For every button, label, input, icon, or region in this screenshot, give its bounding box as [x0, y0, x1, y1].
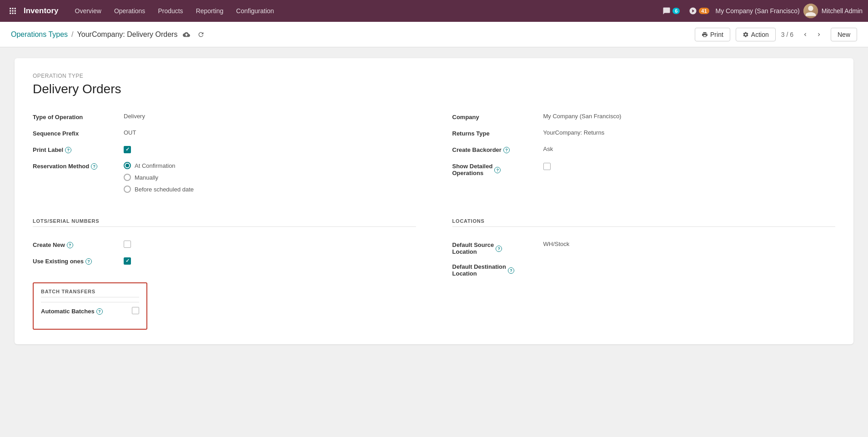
user-avatar[interactable]	[803, 4, 818, 18]
svg-rect-3	[10, 10, 11, 12]
radio-before-scheduled-label: Before scheduled date	[135, 186, 194, 193]
nav-configuration[interactable]: Configuration	[231, 5, 279, 17]
reservation-method-label: Reservation Method ?	[33, 162, 124, 170]
next-button[interactable]	[813, 28, 825, 41]
breadcrumb-bar: Operations Types / YourCompany: Delivery…	[0, 22, 868, 47]
left-column: Type of Operation Delivery Sequence Pref…	[33, 109, 416, 196]
svg-rect-8	[15, 13, 16, 14]
use-existing-help[interactable]: ?	[85, 258, 92, 265]
returns-type-value[interactable]: YourCompany: Returns	[543, 129, 836, 136]
right-column: Company My Company (San Francisco) Retur…	[452, 109, 836, 196]
type-of-operation-field: Type of Operation Delivery	[33, 109, 416, 126]
default-source-value[interactable]: WH/Stock	[543, 241, 836, 247]
pagination-arrows	[799, 28, 825, 41]
nav-operations[interactable]: Operations	[109, 5, 151, 17]
type-of-operation-value[interactable]: Delivery	[124, 113, 416, 120]
activity-badge: 41	[699, 8, 709, 14]
batch-section-title: BATCH TRANSFERS	[41, 289, 139, 297]
create-new-label: Create New ?	[33, 241, 124, 248]
radio-at-confirmation-label: At Confirmation	[135, 162, 176, 169]
automatic-batches-checkbox-wrapper	[132, 307, 139, 316]
sequence-prefix-value[interactable]: OUT	[124, 129, 416, 136]
company-selector[interactable]: My Company (San Francisco)	[716, 7, 800, 15]
print-label-label: Print Label ?	[33, 146, 124, 153]
show-detailed-ops-field: Show DetailedOperations ?	[452, 158, 836, 180]
create-new-help[interactable]: ?	[67, 242, 73, 248]
breadcrumb-separator: /	[71, 30, 73, 39]
automatic-batches-checkbox[interactable]	[132, 307, 139, 314]
company-label: Company	[452, 113, 543, 121]
svg-rect-6	[10, 13, 11, 14]
default-destination-help[interactable]: ?	[508, 267, 514, 274]
upload-icon[interactable]	[181, 29, 192, 40]
default-destination-field: Default DestinationLocation ?	[452, 259, 836, 281]
chat-button[interactable]: 6	[660, 5, 682, 17]
grid-icon[interactable]	[5, 4, 20, 18]
new-button[interactable]: New	[831, 28, 857, 41]
svg-rect-0	[10, 8, 11, 9]
nav-products[interactable]: Products	[152, 5, 188, 17]
reservation-method-options: At Confirmation Manually Before schedule…	[124, 162, 416, 193]
radio-at-confirmation[interactable]: At Confirmation	[124, 162, 416, 169]
print-button[interactable]: Print	[695, 28, 730, 41]
main-menu: Overview Operations Products Reporting C…	[70, 5, 660, 17]
breadcrumb-left: Operations Types / YourCompany: Delivery…	[11, 29, 206, 40]
top-nav-right: 6 41 My Company (San Francisco) Mitchell…	[660, 4, 863, 18]
show-detailed-ops-checkbox-wrapper	[543, 162, 836, 171]
use-existing-checkbox-wrapper: ✓	[124, 257, 416, 265]
chat-badge: 6	[672, 8, 680, 14]
default-destination-label: Default DestinationLocation ?	[452, 262, 543, 277]
batch-divider	[41, 302, 139, 302]
locations-divider: LOCATIONS	[452, 218, 836, 230]
company-field: Company My Company (San Francisco)	[452, 109, 836, 126]
app-name[interactable]: Inventory	[24, 6, 59, 15]
batch-section: BATCH TRANSFERS Automatic Batches ?	[33, 281, 416, 330]
print-label-checkbox[interactable]: ✓	[124, 146, 131, 153]
create-backorder-help[interactable]: ?	[503, 147, 510, 153]
print-label: Print	[710, 31, 723, 38]
print-label-field: Print Label ? ✓	[33, 142, 416, 158]
refresh-icon[interactable]	[196, 29, 206, 40]
radio-circle-at-confirmation	[124, 162, 131, 169]
automatic-batches-field: Automatic Batches ?	[41, 307, 139, 323]
form-card: Operation Type Delivery Orders Type of O…	[15, 58, 853, 344]
show-detailed-ops-checkbox[interactable]	[543, 163, 551, 170]
returns-type-field: Returns Type YourCompany: Returns	[452, 126, 836, 142]
default-source-label: Default SourceLocation ?	[452, 241, 543, 255]
action-button[interactable]: Action	[736, 28, 776, 41]
pagination-info: 3 / 6	[781, 31, 793, 38]
lots-divider: LOTS/SERIAL NUMBERS	[33, 218, 416, 230]
use-existing-label: Use Existing ones ?	[33, 257, 124, 265]
use-existing-field: Use Existing ones ? ✓	[33, 253, 416, 270]
sequence-prefix-field: Sequence Prefix OUT	[33, 126, 416, 142]
create-backorder-value[interactable]: Ask	[543, 146, 836, 152]
radio-circle-before-scheduled	[124, 186, 131, 193]
automatic-batches-help[interactable]: ?	[96, 308, 103, 315]
radio-before-scheduled[interactable]: Before scheduled date	[124, 186, 416, 193]
create-backorder-field: Create Backorder ? Ask	[452, 142, 836, 158]
svg-rect-7	[12, 13, 14, 14]
create-new-checkbox[interactable]	[124, 241, 131, 248]
action-label: Action	[751, 31, 769, 38]
nav-overview[interactable]: Overview	[70, 5, 107, 17]
lots-section: LOTS/SERIAL NUMBERS Create New ? Use Exi…	[33, 207, 416, 330]
nav-reporting[interactable]: Reporting	[191, 5, 229, 17]
locations-section-title: LOCATIONS	[452, 218, 836, 227]
prev-button[interactable]	[799, 28, 812, 41]
type-of-operation-label: Type of Operation	[33, 113, 124, 121]
reservation-method-help[interactable]: ?	[91, 163, 97, 170]
radio-manually[interactable]: Manually	[124, 174, 416, 181]
use-existing-checkbox[interactable]: ✓	[124, 257, 131, 265]
activity-button[interactable]: 41	[686, 5, 712, 17]
user-name[interactable]: Mitchell Admin	[822, 7, 863, 15]
svg-rect-5	[15, 10, 16, 12]
breadcrumb-right: Print Action 3 / 6 New	[695, 28, 857, 41]
show-detailed-ops-help[interactable]: ?	[494, 167, 501, 173]
lots-section-title: LOTS/SERIAL NUMBERS	[33, 218, 416, 227]
breadcrumb-parent[interactable]: Operations Types	[11, 30, 68, 39]
print-label-help[interactable]: ?	[65, 147, 71, 153]
show-detailed-ops-label: Show DetailedOperations ?	[452, 162, 543, 176]
default-source-help[interactable]: ?	[496, 246, 502, 252]
main-content: Operation Type Delivery Orders Type of O…	[0, 47, 868, 437]
company-value[interactable]: My Company (San Francisco)	[543, 113, 836, 120]
